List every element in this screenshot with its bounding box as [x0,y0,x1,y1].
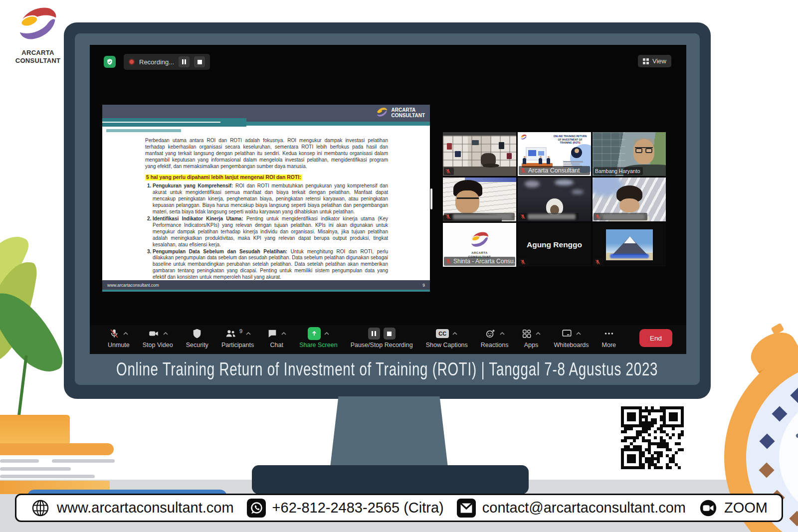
poster-speaker-portrait [571,147,582,158]
participants-icon [224,328,237,339]
stop-video-button[interactable]: Stop Video [143,328,173,349]
participants-button[interactable]: 9 Participants [221,328,254,349]
video-camera-icon [148,328,160,339]
participant-tile-arcarta-consultant[interactable]: ONLINE TRAINING RETURN OF INVESTMENT OF … [518,132,591,176]
whiteboards-button[interactable]: Whiteboards [554,328,589,349]
pause-stop-recording-button[interactable]: Pause/Stop Recording [351,328,413,349]
participant-name: Shinta - Arcarta Consu... [453,258,516,265]
ellipsis-icon [603,328,614,339]
encryption-shield-icon[interactable] [104,56,116,68]
view-button[interactable]: View [638,55,671,67]
apps-button[interactable]: Apps [521,328,541,349]
chevron-up-icon[interactable] [536,332,541,335]
muted-mic-icon [595,259,600,265]
muted-mic-icon [520,259,526,265]
email-text: contact@arcartaconsultant.com [482,500,686,516]
book [0,443,114,455]
chat-button[interactable]: Chat [267,328,286,349]
share-screen-icon [308,327,321,340]
qr-code [621,406,684,469]
brand-name-line1: ARCARTA [8,49,68,57]
mail-icon [457,499,476,518]
muted-mic-icon [109,328,120,339]
recording-dot-icon [129,59,135,65]
fuji-avatar-image [606,229,653,260]
book [0,415,70,445]
website-link[interactable]: www.arcartaconsultant.com [30,498,234,518]
slide-page-number: 9 [422,283,425,288]
platform-link[interactable]: ZOOM [699,499,768,518]
participant-tile-blurred-2[interactable] [518,177,591,221]
pause-recording-icon[interactable] [368,328,380,340]
muted-mic-icon [445,214,451,219]
event-caption-text: Online Training Return of Investment of … [116,359,658,380]
security-button[interactable]: Security [186,328,208,349]
website-text: www.arcartaconsultant.com [57,500,234,516]
chevron-up-icon[interactable] [324,332,329,335]
bookshelf-background [443,132,516,176]
chevron-up-icon[interactable] [163,332,168,335]
chevron-up-icon[interactable] [246,332,251,335]
participant-tile-shinta[interactable]: ARCARTA CONSULTANT Shinta - Arcarta Cons… [443,223,516,267]
chevron-up-icon[interactable] [281,332,286,335]
plant-stem [17,355,28,419]
arcarta-logo: ARCARTA CONSULTANT [8,4,68,65]
arcarta-swoosh-icon [376,107,389,119]
slide-highlight-heading: 5 hal yang perlu dipahami lebih lanjut m… [145,175,302,181]
participant-name-label [519,213,579,220]
unmute-button[interactable]: Unmute [108,328,130,349]
participant-name-label [444,168,454,175]
slide-body: Perbedaan utama antara ROI dan ROTI adal… [145,138,388,281]
participant-name-label: Arcarta Consultant [519,166,590,175]
chevron-up-icon[interactable] [123,332,128,335]
chevron-up-icon[interactable] [576,332,581,335]
tile-logo-line1: ARCARTA [468,251,491,255]
participant-tile-fuji[interactable] [593,223,666,267]
shared-screen-slide: ARCARTACONSULTANT Perbedaan utama antara… [102,105,430,292]
participant-tile-agung[interactable]: Agung Renggo [518,223,591,267]
slide-footer-url: www.arcartaconsultant.com [107,283,159,288]
participant-tile-bambang[interactable]: Bambang Haryanto [593,132,666,176]
chevron-up-icon[interactable] [500,332,505,335]
gallery-resize-handle[interactable] [430,188,432,209]
muted-mic-icon [520,168,526,174]
arcarta-swoosh-icon [520,134,527,141]
participant-tile-bookshelf[interactable] [443,132,516,176]
participant-tile-blurred-3[interactable] [593,177,666,221]
reactions-button[interactable]: Reactions [481,328,509,349]
slide-intro-paragraph: Perbedaan utama antara ROI dan ROTI adal… [145,138,388,170]
more-button[interactable]: More [602,328,616,349]
share-screen-button[interactable]: Share Screen [299,328,337,349]
apps-icon [521,328,532,339]
pause-recording-button[interactable] [179,56,190,67]
slide-teal-block [102,118,246,127]
show-captions-button[interactable]: CC Show Captions [426,328,468,349]
avatar-tile [593,223,666,267]
recording-label: Recording... [139,58,174,66]
email-link[interactable]: contact@arcartaconsultant.com [457,499,686,518]
chevron-up-icon[interactable] [452,332,457,335]
stop-recording-button[interactable] [194,56,205,67]
book-pages [0,459,39,463]
monitor-stand-neck [330,396,448,467]
platform-text: ZOOM [724,500,768,516]
slide-list-item: Identifikasi Indikator Kinerja Utama: Pe… [153,216,388,248]
globe-icon [30,498,50,518]
stop-recording-icon[interactable] [384,328,396,340]
end-meeting-button[interactable]: End [639,329,672,347]
arcarta-swoosh-icon [468,230,491,250]
whiteboard-icon [561,328,573,339]
participant-name: Arcarta Consultant [528,167,580,174]
participant-name: Bambang Haryanto [595,168,640,174]
zoom-topbar: Recording... [104,54,210,70]
brand-name-line2: CONSULTANT [8,57,68,65]
phone-text: +62-812-2483-2565 (Citra) [272,500,444,516]
phone-link[interactable]: +62-812-2483-2565 (Citra) [247,499,444,518]
blurred-name [528,214,576,219]
slide-footer: www.arcartaconsultant.com 9 [102,280,430,290]
monitor-frame: Recording... View [64,22,711,399]
contact-bar: www.arcartaconsultant.com +62-812-2483-2… [15,494,783,522]
participant-tile-blurred-1[interactable] [443,177,516,221]
muted-mic-icon [445,169,451,174]
chat-bubble-icon [267,328,278,339]
